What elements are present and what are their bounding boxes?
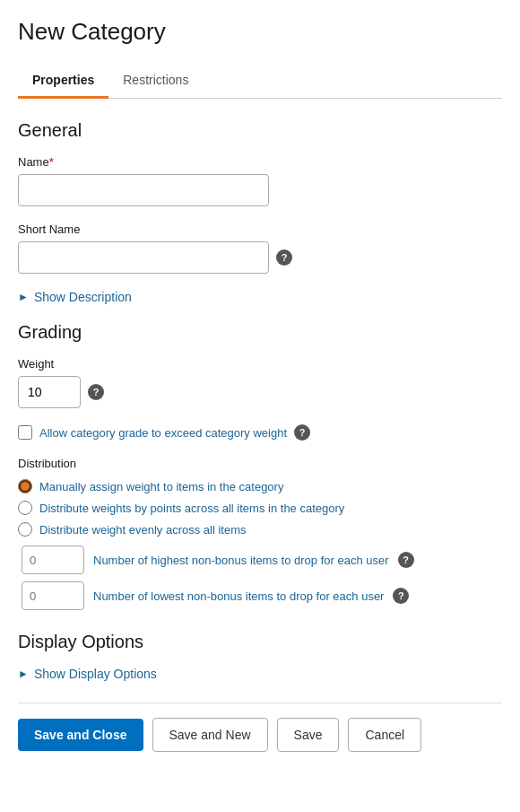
distribution-radio-manual: Manually assign weight to items in the c… (18, 479, 502, 493)
drop-highest-help-icon[interactable]: ? (398, 552, 414, 568)
drop-highest-label: Number of highest non-bonus items to dro… (93, 554, 389, 567)
tab-restrictions[interactable]: Restrictions (108, 64, 203, 99)
save-and-close-button[interactable]: Save and Close (18, 719, 143, 751)
drop-lowest-help-icon[interactable]: ? (393, 588, 409, 604)
show-description-row: ► Show Description (18, 290, 502, 304)
cancel-button[interactable]: Cancel (348, 718, 421, 752)
drop-lowest-input[interactable] (22, 581, 84, 610)
weight-input-row: ? (18, 376, 502, 408)
distribution-radio-evenly-label[interactable]: Distribute weight evenly across all item… (39, 523, 246, 537)
name-label: Name* (18, 155, 502, 169)
drop-lowest-label: Number of lowest non-bonus items to drop… (93, 589, 384, 603)
tab-properties[interactable]: Properties (18, 64, 108, 99)
display-options-section: Display Options ► Show Display Options (18, 632, 502, 681)
distribution-radio-manual-label[interactable]: Manually assign weight to items in the c… (39, 480, 283, 493)
save-button[interactable]: Save (277, 718, 340, 752)
weight-help-icon[interactable]: ? (88, 384, 104, 400)
general-section-title: General (18, 120, 502, 141)
drop-highest-row: Number of highest non-bonus items to dro… (22, 546, 502, 574)
drop-fields: Number of highest non-bonus items to dro… (22, 546, 502, 610)
show-display-options-link[interactable]: Show Display Options (34, 667, 157, 681)
allow-exceed-help-icon[interactable]: ? (294, 424, 310, 441)
show-display-options-chevron[interactable]: ► (18, 668, 29, 680)
page-title: New Category (18, 18, 502, 46)
distribution-radio-evenly: Distribute weight evenly across all item… (18, 522, 502, 537)
distribution-section: Distribution Manually assign weight to i… (18, 457, 502, 610)
short-name-help-icon[interactable]: ? (276, 249, 292, 266)
tabs-container: Properties Restrictions (18, 64, 502, 99)
name-field-group: Name* (18, 155, 502, 206)
distribution-label: Distribution (18, 457, 502, 470)
display-options-title: Display Options (18, 632, 502, 652)
name-input[interactable] (18, 174, 269, 206)
weight-label: Weight (18, 357, 502, 371)
distribution-radio-points-label[interactable]: Distribute weights by points across all … (39, 502, 344, 515)
allow-exceed-label[interactable]: Allow category grade to exceed category … (39, 426, 287, 440)
show-description-chevron[interactable]: ► (18, 291, 29, 303)
short-name-field-group: Short Name ? (18, 223, 502, 274)
allow-exceed-row: Allow category grade to exceed category … (18, 424, 502, 441)
save-and-new-button[interactable]: Save and New (152, 718, 268, 752)
distribution-radio-points-input[interactable] (18, 501, 32, 515)
weight-field-group: Weight ? (18, 357, 502, 408)
allow-exceed-checkbox[interactable] (18, 425, 32, 440)
distribution-radio-manual-input[interactable] (18, 479, 32, 493)
weight-input[interactable] (18, 376, 81, 408)
short-name-input-row: ? (18, 241, 502, 274)
footer-buttons: Save and Close Save and New Save Cancel (18, 703, 502, 759)
show-display-options-row: ► Show Display Options (18, 667, 502, 681)
distribution-radio-evenly-input[interactable] (18, 522, 32, 537)
drop-highest-input[interactable] (22, 546, 84, 574)
general-section: General Name* Short Name ? ► Show Descri… (18, 120, 502, 304)
show-description-link[interactable]: Show Description (34, 290, 132, 304)
grading-section-title: Grading (18, 322, 502, 343)
distribution-radio-points: Distribute weights by points across all … (18, 501, 502, 515)
grading-section: Grading Weight ? Allow category grade to… (18, 322, 502, 610)
required-indicator: * (49, 155, 54, 169)
short-name-label: Short Name (18, 223, 502, 236)
drop-lowest-row: Number of lowest non-bonus items to drop… (22, 581, 502, 610)
page-container: New Category Properties Restrictions Gen… (0, 0, 520, 777)
short-name-input[interactable] (18, 241, 269, 274)
